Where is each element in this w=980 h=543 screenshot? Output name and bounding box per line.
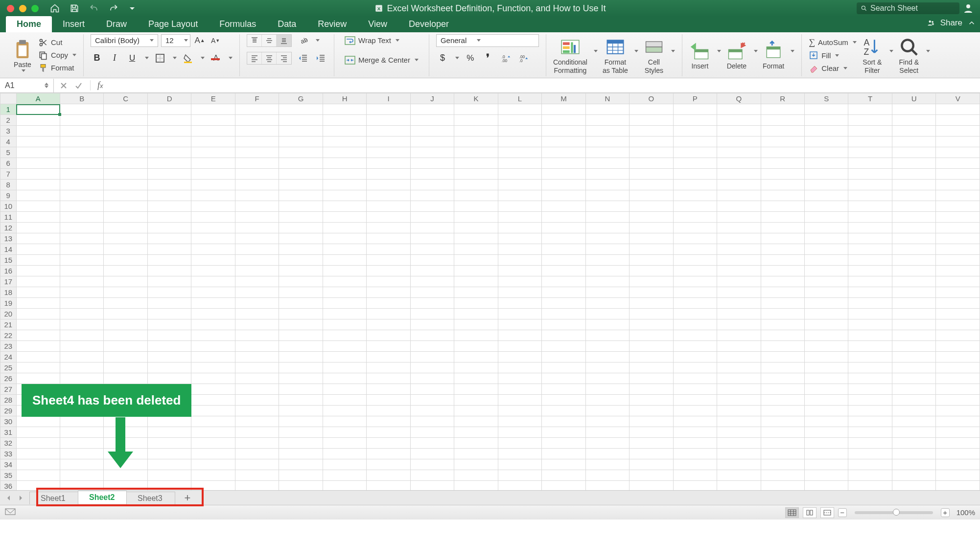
cell[interactable] <box>761 190 804 201</box>
cell[interactable] <box>60 449 104 459</box>
cell[interactable] <box>104 147 147 158</box>
cell[interactable] <box>804 169 848 180</box>
cell[interactable] <box>104 373 147 384</box>
cell[interactable] <box>673 212 717 223</box>
cell[interactable] <box>804 384 848 395</box>
cell[interactable] <box>410 201 454 212</box>
cell[interactable] <box>410 309 454 319</box>
cell[interactable] <box>673 136 717 147</box>
cell[interactable] <box>673 158 717 169</box>
cell[interactable] <box>235 136 279 147</box>
cell[interactable] <box>191 126 235 136</box>
tab-formulas[interactable]: Formulas <box>209 16 267 32</box>
cell[interactable] <box>892 244 935 255</box>
cell[interactable] <box>16 158 60 169</box>
cell[interactable] <box>892 406 935 416</box>
cell[interactable] <box>673 459 717 470</box>
cell[interactable] <box>936 287 980 298</box>
cell[interactable] <box>542 481 585 491</box>
col-header[interactable]: P <box>673 93 717 104</box>
cell[interactable] <box>454 395 498 406</box>
cell[interactable] <box>235 330 279 341</box>
cell[interactable] <box>279 330 323 341</box>
cell[interactable] <box>323 449 366 459</box>
cell[interactable] <box>60 233 104 244</box>
cell[interactable] <box>367 395 410 406</box>
col-header[interactable]: N <box>585 93 629 104</box>
cell[interactable] <box>673 169 717 180</box>
decrease-indent-icon[interactable] <box>297 52 309 65</box>
cell[interactable] <box>410 276 454 287</box>
cell[interactable] <box>717 212 761 223</box>
cell[interactable] <box>235 169 279 180</box>
cell[interactable] <box>717 115 761 126</box>
cell[interactable] <box>892 352 935 362</box>
cell[interactable] <box>630 136 673 147</box>
user-icon[interactable] <box>962 2 974 14</box>
cell[interactable] <box>104 309 147 319</box>
cell[interactable] <box>542 341 585 352</box>
cell[interactable] <box>235 158 279 169</box>
cell[interactable] <box>848 244 892 255</box>
cell[interactable] <box>717 244 761 255</box>
row-header[interactable]: 9 <box>0 190 17 201</box>
cell[interactable] <box>60 319 104 330</box>
cell[interactable] <box>761 233 804 244</box>
cell[interactable] <box>936 212 980 223</box>
cell[interactable] <box>279 126 323 136</box>
cell[interactable] <box>892 201 935 212</box>
cell[interactable] <box>630 169 673 180</box>
cell[interactable] <box>498 395 541 406</box>
cell[interactable] <box>498 416 541 427</box>
cell[interactable] <box>936 190 980 201</box>
cell[interactable] <box>279 459 323 470</box>
cell[interactable] <box>16 416 60 427</box>
cell[interactable] <box>542 438 585 449</box>
decrease-decimal-icon[interactable]: .00.0 <box>517 52 530 65</box>
cell[interactable] <box>104 115 147 126</box>
cell[interactable] <box>60 244 104 255</box>
cell[interactable] <box>892 136 935 147</box>
cell[interactable] <box>542 449 585 459</box>
cell[interactable] <box>498 104 541 115</box>
cell[interactable] <box>454 266 498 276</box>
cell[interactable] <box>279 481 323 491</box>
cell[interactable] <box>147 180 191 190</box>
cell[interactable] <box>717 276 761 287</box>
format-as-table-button[interactable]: Format as Table <box>603 36 628 74</box>
row-header[interactable]: 13 <box>0 233 17 244</box>
cell[interactable] <box>454 180 498 190</box>
cell[interactable] <box>367 180 410 190</box>
cell[interactable] <box>410 384 454 395</box>
cell[interactable] <box>717 255 761 266</box>
cell[interactable] <box>804 180 848 190</box>
cell[interactable] <box>235 395 279 406</box>
cell[interactable] <box>104 298 147 309</box>
cell[interactable] <box>936 223 980 233</box>
cell[interactable] <box>630 384 673 395</box>
cell[interactable] <box>848 136 892 147</box>
cell[interactable] <box>410 233 454 244</box>
cell[interactable] <box>585 395 629 406</box>
cut-button[interactable]: Cut <box>38 38 76 47</box>
cell[interactable] <box>673 427 717 438</box>
cell[interactable] <box>104 287 147 298</box>
cell[interactable] <box>717 169 761 180</box>
tab-page-layout[interactable]: Page Layout <box>138 16 209 32</box>
cell[interactable] <box>804 341 848 352</box>
cell[interactable] <box>147 104 191 115</box>
cell[interactable] <box>235 352 279 362</box>
cell[interactable] <box>367 384 410 395</box>
cell[interactable] <box>585 416 629 427</box>
cell[interactable] <box>16 373 60 384</box>
cell[interactable] <box>630 104 673 115</box>
cell[interactable] <box>191 233 235 244</box>
number-format-combo[interactable]: General <box>436 34 539 47</box>
row-header[interactable]: 12 <box>0 223 17 233</box>
cell[interactable] <box>60 115 104 126</box>
cell[interactable] <box>585 330 629 341</box>
cell[interactable] <box>454 384 498 395</box>
cell[interactable] <box>717 384 761 395</box>
cell[interactable] <box>104 276 147 287</box>
col-header[interactable]: K <box>454 93 498 104</box>
